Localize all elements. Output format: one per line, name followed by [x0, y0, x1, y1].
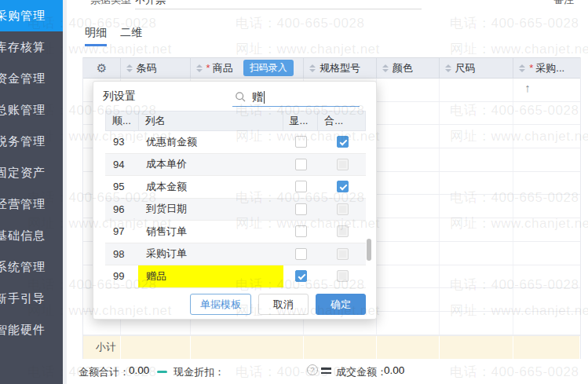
scan-input-button[interactable]: 扫码录入: [243, 60, 294, 76]
list-col-header-2[interactable]: 显...: [283, 112, 319, 130]
list-scrollbar[interactable]: [367, 239, 371, 261]
sum-checkbox-93[interactable]: [337, 136, 349, 148]
sort-down-icon: [196, 69, 203, 72]
sort-icon[interactable]: [126, 64, 133, 72]
show-checkbox-96[interactable]: [295, 203, 307, 215]
tab-1[interactable]: 二维: [120, 26, 142, 46]
table-cell[interactable]: [377, 148, 440, 171]
table-cell[interactable]: [440, 79, 514, 101]
subtotal-cell: [440, 336, 514, 359]
list-item[interactable]: 97销售订单: [105, 221, 366, 243]
sort-icon[interactable]: [445, 64, 451, 72]
sort-down-icon: [126, 69, 133, 72]
table-cell[interactable]: [440, 102, 514, 125]
gear-icon[interactable]: ⚙: [97, 61, 107, 75]
table-cell[interactable]: [513, 242, 580, 265]
sidebar-item-4[interactable]: 税务管理: [0, 126, 63, 157]
table-cell[interactable]: [377, 265, 440, 288]
table-cell[interactable]: [513, 265, 580, 288]
sidebar-item-7[interactable]: 基础信息: [0, 220, 63, 251]
grid-col-header-3[interactable]: 颜色: [377, 58, 440, 78]
sidebar-item-5[interactable]: 固定资产: [0, 157, 63, 188]
sidebar-item-9[interactable]: 新手引导: [0, 283, 63, 314]
list-item[interactable]: 94成本单价: [105, 154, 366, 177]
show-checkbox-98[interactable]: [295, 248, 307, 260]
table-cell[interactable]: [377, 288, 440, 311]
list-col-header-3[interactable]: 合...: [318, 112, 365, 130]
sidebar-item-3[interactable]: 总账管理: [0, 94, 63, 126]
table-cell[interactable]: [513, 125, 580, 148]
show-checkbox-97[interactable]: [295, 225, 307, 237]
sidebar-item-6[interactable]: 经营管理: [0, 188, 63, 220]
table-cell[interactable]: [377, 79, 440, 101]
list-col-header-1[interactable]: 列名: [139, 112, 283, 130]
table-cell[interactable]: [377, 242, 440, 265]
watermark-url: 网址：www.chanjet.net: [450, 40, 588, 58]
sort-icon[interactable]: [309, 64, 316, 72]
table-cell[interactable]: [377, 312, 440, 335]
table-cell[interactable]: ↑: [513, 79, 580, 101]
show-checkbox-99[interactable]: [295, 270, 307, 282]
sum-checkbox-95[interactable]: [337, 181, 349, 192]
table-cell[interactable]: [513, 218, 580, 241]
table-cell[interactable]: [440, 288, 514, 311]
doc-template-button[interactable]: 单据模板: [190, 294, 251, 315]
table-cell[interactable]: [513, 102, 580, 125]
show-checkbox-95[interactable]: [295, 181, 307, 192]
table-cell[interactable]: [440, 218, 514, 241]
table-cell[interactable]: [513, 195, 580, 218]
column-search-input[interactable]: 赠: [232, 88, 360, 107]
table-cell[interactable]: [440, 195, 514, 218]
grid-col-header-4[interactable]: 尺码: [440, 58, 514, 78]
sidebar-item-10[interactable]: 智能硬件: [0, 314, 63, 346]
table-cell[interactable]: [377, 125, 440, 148]
confirm-button[interactable]: 确定: [316, 294, 366, 315]
watermark-phone: 电话：400-665-0028: [236, 14, 364, 32]
table-cell[interactable]: [377, 218, 440, 241]
note-label: 备注: [553, 0, 574, 7]
table-cell[interactable]: [440, 125, 514, 148]
grid-col-header-0[interactable]: 条码: [121, 58, 191, 78]
row-name: 采购订单: [138, 243, 283, 265]
cancel-button[interactable]: 取消: [258, 294, 309, 315]
column-settings-button[interactable]: ⚙: [83, 58, 121, 78]
show-checkbox-93[interactable]: [295, 136, 307, 148]
sort-icon[interactable]: [519, 64, 525, 72]
grid-col-header-2[interactable]: 规格型号: [304, 58, 377, 78]
list-col-header-0[interactable]: 顺...: [106, 112, 139, 130]
table-cell[interactable]: [377, 172, 440, 195]
table-cell[interactable]: [440, 265, 514, 288]
column-label: 条码: [137, 61, 157, 75]
table-cell[interactable]: [513, 148, 580, 171]
table-cell[interactable]: [377, 102, 440, 125]
sidebar-item-8[interactable]: 系统管理: [0, 251, 63, 283]
table-cell[interactable]: [440, 242, 514, 265]
grid-col-header-5[interactable]: *采购...: [513, 58, 580, 78]
list-item[interactable]: 95成本金额: [105, 176, 366, 199]
table-cell[interactable]: [440, 172, 514, 195]
table-cell[interactable]: [513, 172, 580, 195]
list-item[interactable]: 99赠品: [105, 265, 366, 288]
show-cell: [283, 131, 319, 153]
table-cell[interactable]: [440, 148, 514, 171]
grid-col-header-1[interactable]: *商品扫码录入: [191, 58, 305, 78]
table-cell[interactable]: [513, 288, 580, 311]
required-asterisk: *: [206, 62, 210, 74]
table-cell[interactable]: [513, 312, 580, 335]
list-item[interactable]: 98采购订单: [105, 243, 366, 266]
sidebar-item-2[interactable]: 资金管理: [0, 63, 63, 94]
table-cell[interactable]: [377, 195, 440, 218]
show-checkbox-94[interactable]: [295, 159, 307, 170]
show-cell: [283, 221, 319, 243]
column-label: 颜色: [393, 61, 413, 75]
list-item[interactable]: 93优惠前金额: [105, 131, 366, 154]
list-item[interactable]: 96到货日期: [105, 199, 366, 221]
sort-icon[interactable]: [382, 64, 389, 72]
bill-type-value[interactable]: 不开票: [135, 0, 166, 7]
sidebar-item-1[interactable]: 库存核算: [0, 31, 63, 63]
sidebar-item-0[interactable]: 采购管理: [0, 0, 63, 31]
tab-0[interactable]: 明细: [85, 26, 107, 46]
sort-icon[interactable]: [196, 64, 203, 72]
table-cell[interactable]: [440, 312, 514, 335]
help-icon[interactable]: ?: [307, 364, 318, 375]
